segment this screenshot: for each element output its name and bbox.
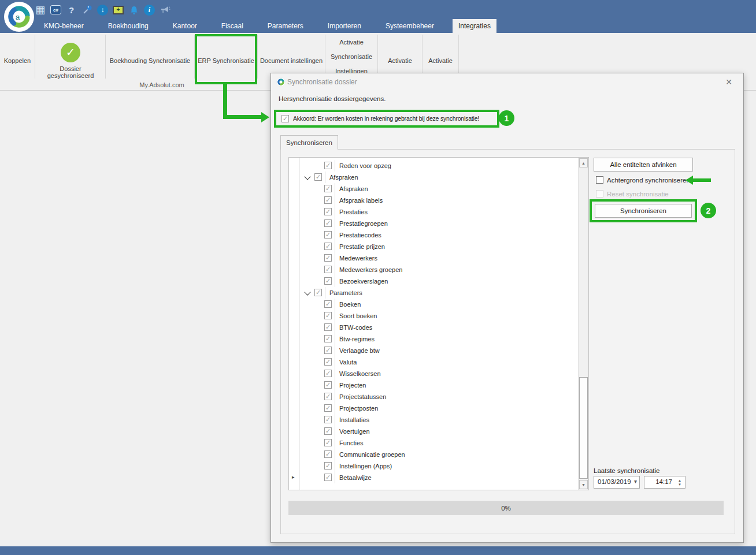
ribbon-item-synchronisatie[interactable]: Synchronisatie xyxy=(325,53,377,60)
row-checkbox[interactable] xyxy=(324,404,332,412)
adsolut-logo-icon[interactable]: a xyxy=(4,2,34,32)
chevron-down-icon[interactable] xyxy=(304,173,310,180)
row-checkbox[interactable] xyxy=(314,289,322,296)
chevron-down-icon[interactable] xyxy=(304,289,310,295)
menu-tab-integraties[interactable]: Integraties xyxy=(453,19,496,33)
tree-row[interactable]: Projectposten xyxy=(289,403,579,414)
progress-bar: 0% xyxy=(288,501,724,515)
tree-row[interactable]: Prestatie prijzen xyxy=(289,241,579,252)
last-sync-date-field[interactable]: 01/03/2019 ▾ xyxy=(594,476,640,489)
presentation-icon[interactable]: + xyxy=(113,5,124,16)
row-checkbox[interactable] xyxy=(324,266,332,273)
row-checkbox[interactable] xyxy=(324,219,332,227)
row-checkbox[interactable] xyxy=(324,277,332,285)
menu-tab-fiscaal[interactable]: Fiscaal xyxy=(216,19,249,33)
tree-row[interactable]: Soort boeken xyxy=(289,310,579,322)
row-checkbox[interactable] xyxy=(324,370,332,377)
tree-row[interactable]: Projectstatussen xyxy=(289,391,579,403)
tree-row[interactable]: Wisselkoersen xyxy=(289,368,579,379)
menu-tab-parameters[interactable]: Parameters xyxy=(262,19,309,33)
tab-synchroniseren[interactable]: Synchroniseren xyxy=(280,135,338,150)
tree-row[interactable]: Btw-regimes xyxy=(289,333,579,345)
tree-row[interactable]: Prestaties xyxy=(289,206,579,218)
date-dropdown-icon[interactable]: ▾ xyxy=(634,478,637,485)
row-checkbox[interactable] xyxy=(324,439,332,446)
last-sync-time-field[interactable]: 14:17 ▴ ▾ xyxy=(644,476,685,489)
row-checkbox[interactable] xyxy=(324,208,332,215)
ribbon-item-activatie-1[interactable]: Activatie xyxy=(325,39,377,46)
close-icon[interactable]: ✕ xyxy=(724,77,734,87)
announcements-icon[interactable] xyxy=(160,5,171,16)
window-bottom-strip xyxy=(0,546,756,555)
calculator-icon[interactable]: ▦ xyxy=(35,5,46,16)
spin-up-icon[interactable]: ▴ xyxy=(679,478,681,482)
ribbon-item-dossier-gesynchroniseerd[interactable]: ✓ Dossier gesychroniseerd xyxy=(36,33,105,88)
row-checkbox[interactable] xyxy=(324,196,332,204)
tree-row[interactable]: Afspraken xyxy=(289,183,579,195)
ribbon-item-boekhouding-synchronisatie[interactable]: Boekhouding Synchronisatie xyxy=(106,33,194,88)
tree-row[interactable]: Boeken xyxy=(289,299,579,310)
scroll-up-button[interactable]: ▲ xyxy=(579,158,588,167)
menu-tab-kantoor[interactable]: Kantoor xyxy=(167,19,203,33)
scrollbar-thumb[interactable] xyxy=(579,377,588,479)
pin-icon[interactable] xyxy=(81,5,92,16)
tree-row[interactable]: Valuta xyxy=(289,356,579,368)
info-icon[interactable]: i xyxy=(144,5,155,16)
tree-row[interactable]: Communicatie groepen xyxy=(289,449,579,460)
row-checkbox[interactable] xyxy=(324,358,332,366)
row-checkbox[interactable] xyxy=(324,300,332,308)
row-checkbox[interactable] xyxy=(324,162,332,169)
tree-row[interactable]: Prestatiegroepen xyxy=(289,218,579,229)
tree-row[interactable]: Reden voor opzeg xyxy=(289,160,579,172)
row-checkbox[interactable] xyxy=(324,427,332,435)
background-sync-checkbox[interactable] xyxy=(596,176,603,184)
tree-row[interactable]: Bezoekverslagen xyxy=(289,275,579,287)
row-checkbox[interactable] xyxy=(324,347,332,354)
vertical-scrollbar[interactable]: ▲ ▼ xyxy=(578,158,588,490)
row-checkbox[interactable] xyxy=(324,381,332,389)
row-checkbox[interactable] xyxy=(324,254,332,262)
menu-tab-kmo-beheer[interactable]: KMO-beheer xyxy=(38,19,90,33)
menu-tab-systeembeheer[interactable]: Systeembeheer xyxy=(380,19,440,33)
tree-row[interactable]: Functies xyxy=(289,437,579,449)
row-checkbox[interactable] xyxy=(324,312,332,319)
tree-row[interactable]: Installaties xyxy=(289,414,579,426)
entity-tree-list[interactable]: Reden voor opzegAfsprakenAfsprakenAfspra… xyxy=(288,157,589,490)
tree-row[interactable]: Medewerkers groepen xyxy=(289,264,579,275)
scroll-down-button[interactable]: ▼ xyxy=(579,480,588,489)
row-checkbox[interactable] xyxy=(324,462,332,470)
tree-row[interactable]: Instellingen (Apps) xyxy=(289,460,579,472)
row-checkbox[interactable] xyxy=(324,450,332,458)
notifications-icon[interactable] xyxy=(128,5,139,16)
row-checkbox[interactable] xyxy=(324,335,332,342)
tree-row[interactable]: ▸Betaalwijze xyxy=(289,472,579,483)
menu-tab-boekhouding[interactable]: Boekhouding xyxy=(102,19,154,33)
tree-row[interactable]: Prestatiecodes xyxy=(289,229,579,241)
tree-row[interactable]: Projecten xyxy=(289,379,579,391)
tree-row[interactable]: BTW-codes xyxy=(289,322,579,333)
row-checkbox[interactable] xyxy=(324,243,332,250)
tree-row[interactable]: Parameters xyxy=(289,287,579,299)
row-checkbox[interactable] xyxy=(324,231,332,239)
agree-checkbox[interactable] xyxy=(281,115,289,122)
help-icon[interactable]: ? xyxy=(66,5,77,16)
time-spinner[interactable]: ▴ ▾ xyxy=(676,476,684,488)
csharp-comment-icon[interactable]: c# xyxy=(50,5,61,16)
row-label: Afspraken xyxy=(325,172,358,183)
row-checkbox[interactable] xyxy=(314,173,322,181)
tree-row[interactable]: Verlaagde btw xyxy=(289,345,579,356)
row-checkbox[interactable] xyxy=(324,185,332,192)
download-icon[interactable]: ↓ xyxy=(97,5,108,16)
menu-tab-importeren[interactable]: Importeren xyxy=(322,19,367,33)
row-checkbox[interactable] xyxy=(324,416,332,423)
row-checkbox[interactable] xyxy=(324,474,332,481)
tree-row[interactable]: Voertuigen xyxy=(289,426,579,437)
row-checkbox[interactable] xyxy=(324,323,332,331)
tree-row[interactable]: Medewerkers xyxy=(289,252,579,264)
tree-row[interactable]: Afspraak labels xyxy=(289,195,579,206)
uncheck-all-button[interactable]: Alle entiteiten afvinken xyxy=(594,158,693,172)
spin-down-icon[interactable]: ▾ xyxy=(679,482,681,486)
tree-row[interactable]: Afspraken xyxy=(289,172,579,183)
row-checkbox[interactable] xyxy=(324,393,332,400)
ribbon-item-koppelen[interactable]: Koppelen xyxy=(0,33,35,88)
